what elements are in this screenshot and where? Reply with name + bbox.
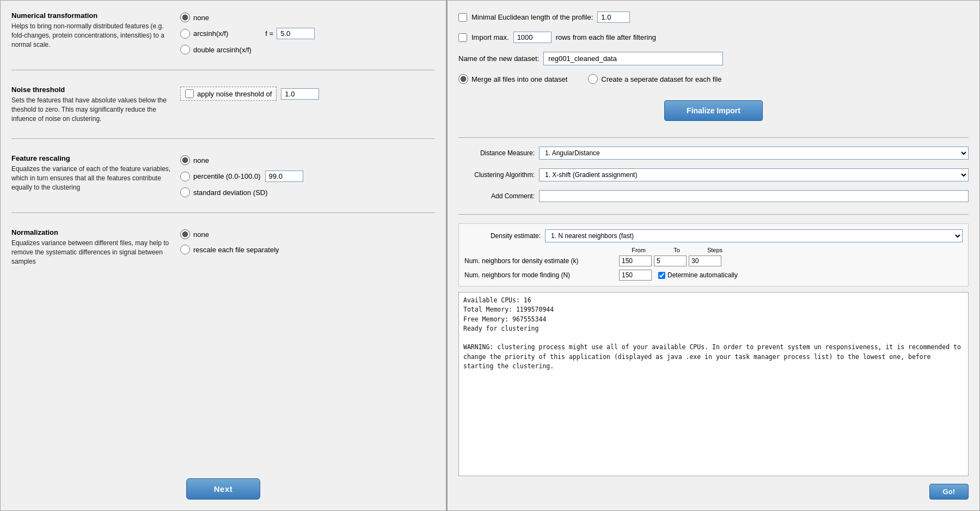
num-trans-double-radio[interactable] xyxy=(180,45,190,54)
noise-threshold-value[interactable] xyxy=(281,88,319,100)
num-trans-row-2: arcsinh(x/f) f = xyxy=(180,28,435,39)
normalization-none-radio[interactable] xyxy=(180,229,190,239)
num-neighbors-density-row: Num. neighbors for density estimate (k) xyxy=(464,256,963,266)
merge-text: Merge all files into one dataset xyxy=(471,75,567,83)
finalize-button[interactable]: Finalize Import xyxy=(664,100,763,121)
num-neighbors-from-input[interactable] xyxy=(619,256,652,266)
merge-label[interactable]: Merge all files into one dataset xyxy=(458,74,567,84)
normalization-rescale-text: rescale each file separately xyxy=(193,246,279,254)
f-value-input[interactable] xyxy=(277,28,315,39)
dataset-name-input[interactable] xyxy=(543,52,723,65)
determine-auto-checkbox[interactable] xyxy=(658,272,665,279)
noise-threshold-text: Sets the features that have absolute val… xyxy=(11,96,175,123)
console-area: Available CPUs: 16 Total Memory: 1199570… xyxy=(458,292,969,476)
comment-label: Add Comment: xyxy=(458,192,535,200)
feature-rescaling-sd-radio[interactable] xyxy=(180,187,190,197)
finalize-row: Finalize Import xyxy=(458,96,969,125)
feature-rescaling-section: Feature rescaling Equalizes the variance… xyxy=(11,154,435,197)
density-label: Density estimate: xyxy=(464,232,541,240)
feature-rescaling-none-label[interactable]: none xyxy=(180,155,435,165)
feature-rescaling-desc: Feature rescaling Equalizes the variance… xyxy=(11,154,175,192)
feature-rescaling-title: Feature rescaling xyxy=(11,154,175,162)
next-button[interactable]: Next xyxy=(186,478,261,500)
num-trans-row-3: double arcsinh(x/f) xyxy=(180,45,435,54)
import-max-row: Import max. rows from each file after fi… xyxy=(458,32,969,43)
num-neighbors-mode-row: Num. neighbors for mode finding (N) Dete… xyxy=(464,270,963,281)
merge-radio[interactable] xyxy=(458,74,468,84)
noise-threshold-checkbox[interactable] xyxy=(185,89,194,98)
noise-threshold-row: apply noise threshold of xyxy=(180,87,435,101)
num-neighbors-steps-input[interactable] xyxy=(689,256,721,266)
feature-rescaling-sd-label[interactable]: standard deviation (SD) xyxy=(180,187,435,197)
f-label: f = xyxy=(265,29,273,38)
dataset-name-row: Name of the new dataset: xyxy=(458,52,969,65)
noise-threshold-section: Noise threshold Sets the features that h… xyxy=(11,86,435,123)
comment-row: Add Comment: xyxy=(458,190,969,202)
density-section: Density estimate: 1. N nearest neighbors… xyxy=(458,223,969,287)
feature-rescaling-pct-row: percentile (0.0-100.0) xyxy=(180,171,435,182)
comment-input[interactable] xyxy=(539,190,969,202)
num-trans-row-1: none xyxy=(180,13,435,22)
normalization-rescale-label[interactable]: rescale each file separately xyxy=(180,245,435,254)
mode-neighbors-label: Num. neighbors for mode finding (N) xyxy=(464,271,617,279)
num-trans-none-label[interactable]: none xyxy=(180,13,209,22)
separate-text: Create a seperate dataset for each file xyxy=(601,75,721,83)
import-max-suffix: rows from each file after filtering xyxy=(556,33,656,41)
euclidean-value-input[interactable] xyxy=(597,11,630,23)
feature-rescaling-none-radio[interactable] xyxy=(180,155,190,165)
num-trans-none-radio[interactable] xyxy=(180,13,190,22)
noise-threshold-label: apply noise threshold of xyxy=(197,90,272,98)
console-text: Available CPUs: 16 Total Memory: 1199570… xyxy=(463,296,965,370)
num-trans-double-label[interactable]: double arcsinh(x/f) xyxy=(180,45,252,54)
distance-label: Distance Measure: xyxy=(458,149,535,157)
num-trans-none-text: none xyxy=(193,14,209,22)
density-dropdown[interactable]: 1. N nearest neighbors (fast) xyxy=(545,229,963,242)
clustering-label: Clustering Algorithm: xyxy=(458,171,535,179)
num-trans-arcsinh-label[interactable]: arcsinh(x/f) xyxy=(180,29,228,39)
feature-rescaling-pct-value[interactable] xyxy=(265,171,303,182)
clustering-algorithm-row: Clustering Algorithm: 1. X-shift (Gradie… xyxy=(458,168,969,181)
feature-rescaling-pct-radio[interactable] xyxy=(180,172,190,181)
euclidean-label: Minimal Euclidean length of the profile: xyxy=(471,13,593,21)
separate-label[interactable]: Create a seperate dataset for each file xyxy=(588,74,721,84)
feature-rescaling-pct-text: percentile (0.0-100.0) xyxy=(193,172,261,180)
noise-threshold-options: apply noise threshold of xyxy=(180,86,435,101)
import-max-label: Import max. xyxy=(471,33,509,41)
separate-radio[interactable] xyxy=(588,74,598,84)
num-trans-double-text: double arcsinh(x/f) xyxy=(193,46,252,54)
col-from-header: From xyxy=(617,247,660,253)
num-trans-arcsinh-text: arcsinh(x/f) xyxy=(193,29,228,38)
num-trans-arcsinh-radio[interactable] xyxy=(180,29,190,39)
normalization-title: Normalization xyxy=(11,228,175,236)
determine-auto-label[interactable]: Determine automatically xyxy=(658,271,738,279)
dataset-name-label: Name of the new dataset: xyxy=(458,54,539,63)
euclidean-checkbox[interactable] xyxy=(458,13,467,22)
import-max-value-input[interactable] xyxy=(513,32,552,43)
feature-rescaling-sd-text: standard deviation (SD) xyxy=(193,188,268,197)
mode-neighbors-from-input[interactable] xyxy=(619,270,652,281)
normalization-rescale-radio[interactable] xyxy=(180,245,190,254)
normalization-none-text: none xyxy=(193,230,209,239)
normalization-none-label[interactable]: none xyxy=(180,229,435,239)
normalization-text: Equalizes variance between different fil… xyxy=(11,239,175,266)
normalization-options: none rescale each file separately xyxy=(180,228,435,254)
num-neighbors-to-input[interactable] xyxy=(654,256,687,266)
distance-dropdown[interactable]: 1. AngularDistance xyxy=(539,147,969,160)
go-button-row: Go! xyxy=(458,484,969,500)
distance-measure-row: Distance Measure: 1. AngularDistance xyxy=(458,147,969,160)
numerical-transformation-text: Helps to bring non-normally distributed … xyxy=(11,22,175,49)
f-value-row: f = xyxy=(265,28,315,39)
determine-auto-text: Determine automatically xyxy=(667,271,738,279)
euclidean-row: Minimal Euclidean length of the profile: xyxy=(458,11,969,23)
feature-rescaling-pct-label[interactable]: percentile (0.0-100.0) xyxy=(180,172,261,181)
feature-rescaling-none-text: none xyxy=(193,156,209,165)
go-button[interactable]: Go! xyxy=(929,484,969,500)
numerical-transformation-desc: Numerical transformation Helps to bring … xyxy=(11,11,175,49)
normalization-section: Normalization Equalizes variance between… xyxy=(11,228,435,266)
import-max-checkbox[interactable] xyxy=(458,33,467,42)
feature-rescaling-text: Equalizes the variance of each of the fe… xyxy=(11,165,175,192)
clustering-dropdown[interactable]: 1. X-shift (Gradient assignment) xyxy=(539,168,969,181)
density-col-headers: From To Steps xyxy=(464,247,963,253)
left-panel: Numerical transformation Helps to bring … xyxy=(0,0,446,511)
next-button-row: Next xyxy=(11,462,435,500)
